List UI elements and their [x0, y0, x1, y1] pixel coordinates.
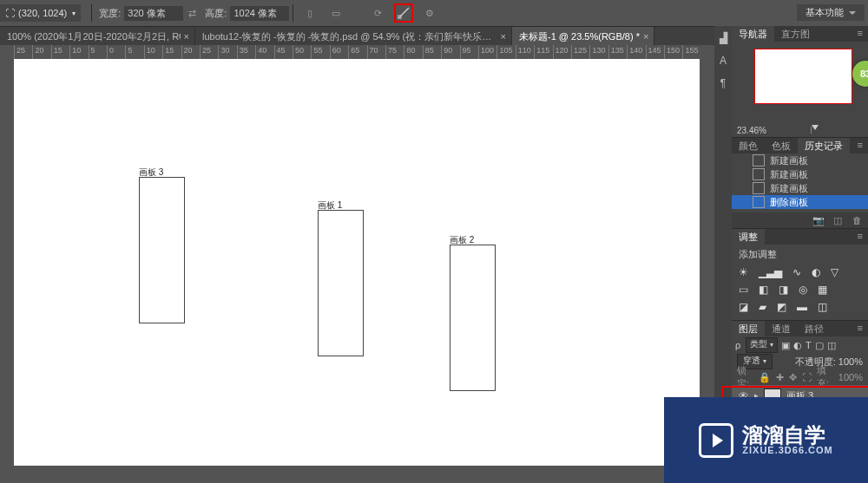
- posterize-icon[interactable]: ▰: [759, 301, 766, 313]
- lock-pixels-icon[interactable]: ✚: [776, 372, 784, 383]
- levels-icon[interactable]: ▁▃▅: [759, 266, 782, 278]
- filter-shape-icon[interactable]: ▢: [815, 340, 824, 351]
- swatches-tab[interactable]: 色板: [765, 138, 798, 153]
- trash-icon[interactable]: 🗑: [851, 214, 863, 226]
- gear-icon[interactable]: ⚙: [420, 3, 439, 23]
- close-icon[interactable]: ×: [184, 27, 189, 46]
- height-label: 高度:: [205, 7, 227, 20]
- artboard[interactable]: [318, 210, 364, 356]
- snapshot-icon[interactable]: 📷: [812, 214, 825, 226]
- ruler-tick: 155: [682, 45, 683, 59]
- panel-menu-icon[interactable]: ≡: [852, 321, 868, 336]
- add-adjustment-label: 添加调整: [739, 248, 861, 261]
- lock-all-icon[interactable]: 🔒: [759, 372, 771, 383]
- history-item[interactable]: 新建画板: [732, 153, 868, 167]
- brand-url: ZIXUE.3D66.COM: [742, 446, 832, 455]
- navigator-tab[interactable]: 导航器: [732, 26, 774, 42]
- ruler-tick: 5: [125, 45, 126, 59]
- crop-preset-chip[interactable]: ⛶ (320, 1024) ▾: [0, 4, 81, 22]
- swap-wh-icon[interactable]: ⇄: [188, 8, 196, 19]
- layer-filter-kind[interactable]: 类型 ▾: [746, 337, 778, 353]
- filter-type-icon[interactable]: T: [806, 340, 812, 350]
- filter-pixel-icon[interactable]: ▣: [781, 340, 790, 351]
- fill-value[interactable]: 100%: [838, 372, 863, 382]
- workspace-switcher[interactable]: 基本功能: [797, 4, 865, 21]
- height-field[interactable]: 1024 像素: [230, 6, 289, 21]
- layers-tab[interactable]: 图层: [732, 321, 765, 336]
- selective-color-icon[interactable]: ◫: [818, 301, 827, 313]
- panel-menu-icon[interactable]: ≡: [852, 229, 868, 245]
- hue-icon[interactable]: ▭: [739, 284, 748, 296]
- new-state-icon[interactable]: ◫: [832, 214, 844, 226]
- ruler-tick: 140: [627, 45, 628, 59]
- rotate-crop-icon[interactable]: ⟳: [368, 3, 387, 23]
- threshold-icon[interactable]: ◩: [777, 301, 786, 313]
- filter-adjust-icon[interactable]: ◐: [793, 340, 802, 351]
- bw-icon[interactable]: ◨: [779, 284, 788, 296]
- lock-position-icon[interactable]: ✥: [789, 372, 797, 383]
- navigator-zoom-slider[interactable]: [772, 127, 851, 134]
- photo-filter-icon[interactable]: ◎: [799, 284, 807, 296]
- histogram-tab[interactable]: 直方图: [774, 26, 817, 42]
- ruler-tick: 40: [255, 45, 256, 59]
- ruler-tick: 35: [237, 45, 238, 59]
- panel-menu-icon[interactable]: ≡: [852, 26, 868, 42]
- ruler-tick: 20: [181, 45, 182, 59]
- adjust-row-2: ▭ ◧ ◨ ◎ ▦: [739, 284, 861, 296]
- brightness-icon[interactable]: ☀: [739, 266, 748, 278]
- paragraph-strip-icon[interactable]: ¶: [716, 76, 730, 90]
- close-icon[interactable]: ×: [501, 27, 506, 46]
- history-item[interactable]: 新建画板: [732, 181, 868, 195]
- character-strip-icon[interactable]: A: [716, 54, 730, 68]
- crop-icon: ⛶: [5, 8, 15, 18]
- artboard[interactable]: [450, 245, 496, 391]
- ruler-tick: 90: [441, 45, 442, 59]
- straighten-icon[interactable]: [394, 3, 413, 23]
- width-field[interactable]: 320 像素: [124, 6, 183, 21]
- landscape-crop-icon[interactable]: ▭: [326, 3, 345, 23]
- ruler-vertical[interactable]: [0, 59, 15, 466]
- opacity-value[interactable]: 100%: [838, 356, 863, 367]
- canvas[interactable]: 画板 3画板 1画板 2: [14, 59, 700, 466]
- doc-tab-2[interactable]: 未标题-1 @ 23.5%(RGB/8) * ×: [512, 27, 654, 46]
- history-tab[interactable]: 历史记录: [798, 138, 850, 153]
- close-icon[interactable]: ×: [643, 27, 648, 46]
- histogram-strip-icon[interactable]: ▟: [716, 31, 730, 45]
- vibrance-icon[interactable]: ▽: [831, 266, 838, 278]
- doc-tab-1[interactable]: lubotu12-恢复的 -恢复的 -恢复的.psd @ 54.9% (祝：亲们…: [195, 27, 512, 46]
- crop-preset-value: (320, 1024): [18, 8, 67, 18]
- color-tab[interactable]: 颜色: [732, 138, 765, 153]
- curves-icon[interactable]: ∿: [792, 266, 801, 278]
- doc-tab-0[interactable]: 100% (2020年1月20日-2020年2月2日, RGB/8#) * ×: [0, 27, 195, 46]
- ruler-tick: 50: [293, 45, 293, 59]
- channels-tab[interactable]: 通道: [765, 321, 798, 336]
- ruler-tick: 15: [162, 45, 163, 59]
- ruler-tick: 45: [274, 45, 275, 59]
- lock-nested-icon[interactable]: ⛶: [802, 372, 812, 382]
- colorbalance-icon[interactable]: ◧: [759, 284, 768, 296]
- ruler-tick: 70: [367, 45, 368, 59]
- ruler-tick: 10: [69, 45, 70, 59]
- exposure-icon[interactable]: ◐: [812, 266, 820, 278]
- ruler-tick: 0: [107, 45, 108, 59]
- navigator-preview[interactable]: [754, 49, 852, 104]
- invert-icon[interactable]: ◪: [739, 301, 748, 313]
- paths-tab[interactable]: 路径: [798, 321, 831, 336]
- adjustments-tab[interactable]: 调整: [732, 229, 765, 245]
- channel-mixer-icon[interactable]: ▦: [818, 284, 827, 296]
- ruler-tick: 60: [330, 45, 331, 59]
- ruler-tick: 145: [646, 45, 647, 59]
- canvas-viewport[interactable]: 画板 3画板 1画板 2: [14, 59, 714, 466]
- ruler-tick: 5: [89, 45, 89, 59]
- ruler-horizontal[interactable]: 2520151050510152025303540455055606570758…: [14, 45, 714, 60]
- gradientmap-icon[interactable]: ▬: [797, 301, 807, 313]
- ruler-tick: 135: [608, 45, 609, 59]
- panel-menu-icon[interactable]: ≡: [852, 138, 868, 153]
- ruler-tick: 150: [664, 45, 665, 59]
- portrait-crop-icon[interactable]: ▯: [300, 3, 319, 23]
- history-item[interactable]: 删除画板: [732, 195, 868, 209]
- artboard[interactable]: [139, 177, 185, 323]
- filter-smart-icon[interactable]: ◫: [827, 340, 836, 351]
- history-item[interactable]: 新建画板: [732, 167, 868, 181]
- ruler-tick: 55: [311, 45, 312, 59]
